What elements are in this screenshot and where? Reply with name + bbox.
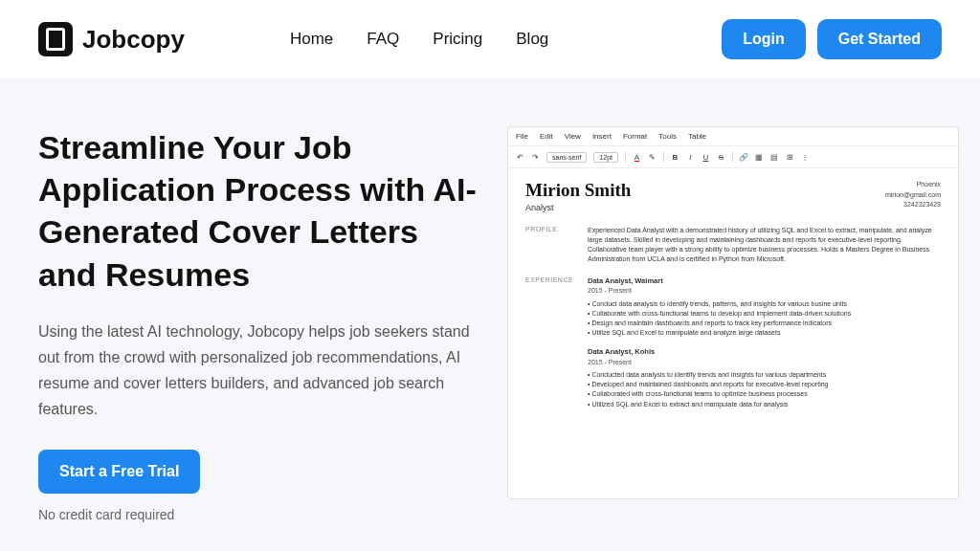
- resume-phone: 3242323423: [885, 200, 941, 210]
- login-button[interactable]: Login: [722, 19, 806, 59]
- underline-icon[interactable]: U: [702, 153, 710, 162]
- nav-links: Home FAQ Pricing Blog: [290, 30, 548, 49]
- logo-icon: [38, 22, 73, 56]
- job-bullet: • Conducted data analysis to identify tr…: [588, 370, 941, 380]
- brand-name: Jobcopy: [82, 25, 185, 55]
- divider: [625, 151, 626, 163]
- job-bullet: • Collaborate with cross-functional team…: [588, 309, 941, 319]
- resume-header: Mirion Smith Analyst Phoenix mirion@gmai…: [525, 180, 941, 212]
- editor-menubar: File Edit View Insert Format Tools Table: [508, 127, 958, 146]
- menu-edit[interactable]: Edit: [540, 132, 553, 141]
- nav-link-pricing[interactable]: Pricing: [433, 30, 482, 49]
- table-icon[interactable]: ▤: [770, 153, 779, 162]
- profile-label: PROFILE: [525, 226, 588, 265]
- strike-icon[interactable]: S: [717, 153, 725, 162]
- start-trial-button[interactable]: Start a Free Trial: [38, 450, 200, 494]
- job-entry: Data Analyst, Walmart 2015 - Present • C…: [588, 276, 941, 339]
- text-color-icon[interactable]: A: [633, 153, 641, 162]
- divider: [732, 151, 733, 163]
- profile-text: Experienced Data Analyst with a demonstr…: [588, 226, 941, 265]
- grid-icon[interactable]: ⊞: [786, 153, 794, 162]
- more-icon[interactable]: ⋮: [801, 153, 810, 162]
- resume-location: Phoenix: [885, 180, 941, 190]
- hero-title: Streamline Your Job Application Process …: [38, 126, 479, 296]
- divider: [663, 151, 664, 163]
- menu-format[interactable]: Format: [623, 132, 647, 141]
- profile-section: PROFILE Experienced Data Analyst with a …: [525, 226, 941, 265]
- job-title: Data Analyst, Kohls: [588, 347, 941, 358]
- job-entry: Data Analyst, Kohls 2015 - Present • Con…: [588, 347, 941, 409]
- redo-icon[interactable]: ↷: [531, 153, 540, 162]
- job-bullet: • Design and maintain dashboards and rep…: [588, 319, 941, 328]
- resume-contact: Phoenix mirion@gmail.com 3242323423: [885, 180, 941, 210]
- menu-insert[interactable]: Insert: [592, 132, 612, 141]
- menu-tools[interactable]: Tools: [658, 132, 677, 141]
- nav-link-home[interactable]: Home: [290, 30, 333, 49]
- experience-label: EXPERIENCE: [525, 276, 588, 419]
- italic-icon[interactable]: I: [686, 153, 695, 162]
- link-icon[interactable]: 🔗: [740, 153, 748, 162]
- job-bullet: • Developed and maintained dashboards an…: [588, 380, 941, 389]
- job-bullet: • Utilize SQL and Excel to manipulate an…: [588, 328, 941, 338]
- job-title: Data Analyst, Walmart: [588, 276, 941, 287]
- hero-description: Using the latest AI technology, Jobcopy …: [38, 319, 479, 423]
- hero-content: Streamline Your Job Application Process …: [38, 126, 479, 522]
- experience-body: Data Analyst, Walmart 2015 - Present • C…: [588, 276, 941, 419]
- size-select[interactable]: 12pt: [593, 152, 618, 163]
- undo-icon[interactable]: ↶: [516, 153, 524, 162]
- resume-editor: File Edit View Insert Format Tools Table…: [507, 126, 959, 499]
- experience-section: EXPERIENCE Data Analyst, Walmart 2015 - …: [525, 276, 941, 419]
- menu-file[interactable]: File: [516, 132, 528, 141]
- resume-role: Analyst: [525, 203, 631, 212]
- cta-note: No credit card required: [38, 507, 479, 522]
- navbar: Jobcopy Home FAQ Pricing Blog Login Get …: [0, 0, 980, 78]
- job-dates: 2015 - Present: [588, 286, 941, 296]
- image-icon[interactable]: ▦: [755, 153, 764, 162]
- get-started-button[interactable]: Get Started: [817, 19, 942, 59]
- menu-table[interactable]: Table: [688, 132, 706, 141]
- hero-section: Streamline Your Job Application Process …: [0, 78, 980, 522]
- hero-preview: File Edit View Insert Format Tools Table…: [507, 126, 959, 522]
- job-bullet: • Collaborated with cross-functional tea…: [588, 389, 941, 399]
- resume-email: mirion@gmail.com: [885, 190, 941, 201]
- job-bullet: • Utilized SQL and Excel to extract and …: [588, 400, 941, 409]
- bold-icon[interactable]: B: [671, 153, 679, 162]
- job-dates: 2015 - Present: [588, 358, 941, 367]
- font-select[interactable]: sans-serif: [546, 152, 587, 163]
- job-bullet: • Conduct data analysis to identify tren…: [588, 299, 941, 309]
- editor-toolbar: ↶ ↷ sans-serif 12pt A ✎ B I U S 🔗 ▦ ▤ ⊞ …: [508, 146, 958, 168]
- resume-name: Mirion Smith: [525, 180, 631, 201]
- highlight-icon[interactable]: ✎: [648, 153, 657, 162]
- nav-actions: Login Get Started: [722, 19, 942, 59]
- nav-link-blog[interactable]: Blog: [516, 30, 548, 49]
- logo[interactable]: Jobcopy: [38, 22, 185, 56]
- resume-document[interactable]: Mirion Smith Analyst Phoenix mirion@gmai…: [508, 168, 958, 442]
- nav-link-faq[interactable]: FAQ: [367, 30, 399, 49]
- menu-view[interactable]: View: [565, 132, 581, 141]
